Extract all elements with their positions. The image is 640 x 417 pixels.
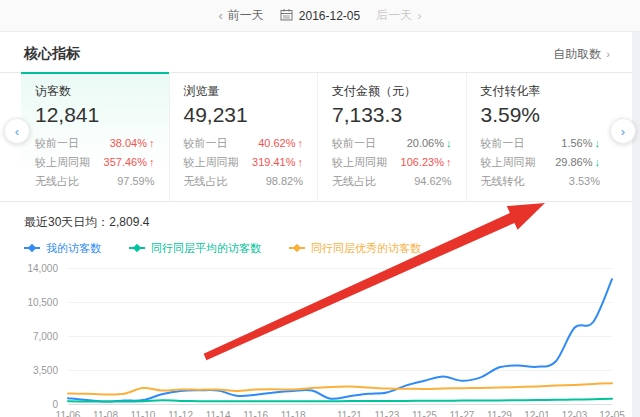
- metric-row: 较上周同期 29.86%↓: [481, 153, 601, 172]
- metric-row-label: 较前一日: [184, 134, 228, 153]
- trend-up-icon: ↑: [298, 153, 304, 172]
- metric-row-label: 无线占比: [332, 172, 376, 191]
- date-picker[interactable]: 2016-12-05: [280, 8, 360, 24]
- metric-row: 无线占比 94.62%: [332, 172, 452, 191]
- x-tick-label: 12-01: [524, 410, 550, 417]
- calendar-icon: [280, 8, 293, 24]
- metric-card-visitors[interactable]: 访客数 12,841 较前一日 38.04%↑ 较上周同期 357.46%↑ 无…: [21, 72, 169, 201]
- metric-row-value: 319.41%: [252, 153, 295, 172]
- metric-row: 较上周同期 319.41%↑: [184, 153, 304, 172]
- metric-value: 7,133.3: [332, 103, 452, 127]
- legend-label: 同行同层平均的访客数: [151, 241, 261, 256]
- x-tick-label: 11-10: [131, 410, 156, 417]
- prev-day-label: 前一天: [228, 7, 264, 24]
- metric-label: 访客数: [35, 83, 155, 100]
- x-tick-label: 11-23: [374, 410, 399, 417]
- chevron-left-icon: ‹: [15, 125, 19, 138]
- metric-row-value: 98.82%: [266, 172, 303, 191]
- metric-label: 支付金额（元）: [332, 83, 452, 100]
- chart-summary: 最近30天日均：2,809.4: [24, 214, 612, 231]
- date-toolbar: ‹ 前一天 2016-12-05 后一天 ›: [0, 0, 640, 32]
- chevron-right-icon: ›: [621, 125, 625, 138]
- metric-card-payment-amount[interactable]: 支付金额（元） 7,133.3 较前一日 20.06%↓ 较上周同期 106.2…: [317, 72, 466, 201]
- legend-item-my-visitors[interactable]: 我的访客数: [24, 241, 101, 256]
- chart-legend: 我的访客数 同行同层平均的访客数 同行同层优秀的访客数: [24, 241, 612, 256]
- x-tick-label: 11-16: [243, 410, 268, 417]
- line-diamond-marker-icon: [289, 247, 305, 249]
- metric-row: 较前一日 40.62%↑: [184, 134, 304, 153]
- line-diamond-marker-icon: [24, 247, 40, 249]
- trend-down-icon: ↓: [595, 153, 601, 172]
- metric-label: 浏览量: [184, 83, 304, 100]
- legend-item-peer-excellent[interactable]: 同行同层优秀的访客数: [289, 241, 421, 256]
- metric-row-label: 无线转化: [481, 172, 525, 191]
- metric-label: 支付转化率: [481, 83, 601, 100]
- metric-row-label: 较前一日: [332, 134, 376, 153]
- trend-chart-section: 最近30天日均：2,809.4 我的访客数 同行同层平均的访客数 同行同层优秀的…: [0, 202, 632, 417]
- metric-card-conversion-rate[interactable]: 支付转化率 3.59% 较前一日 1.56%↓ 较上周同期 29.86%↓ 无线…: [466, 72, 615, 201]
- x-tick-label: 11-12: [168, 410, 193, 417]
- metric-row-value: 1.56%: [561, 134, 592, 153]
- y-tick-label: 0: [52, 398, 58, 409]
- metric-row-label: 较上周同期: [332, 153, 387, 172]
- metric-value: 12,841: [35, 103, 155, 127]
- metric-row-value: 40.62%: [258, 134, 295, 153]
- line-chart: 14,000 10,500 7,000 3,500 0 11-06 11-08 …: [24, 268, 612, 417]
- metric-row-label: 较前一日: [35, 134, 79, 153]
- metric-row-label: 较上周同期: [35, 153, 90, 172]
- x-tick-label: 12-03: [562, 410, 588, 417]
- x-tick-label: 11-25: [412, 410, 437, 417]
- next-day-button[interactable]: 后一天 ›: [376, 7, 421, 24]
- legend-label: 我的访客数: [46, 241, 101, 256]
- trend-up-icon: ↑: [446, 153, 452, 172]
- line-diamond-marker-icon: [129, 247, 145, 249]
- metric-row-value: 357.46%: [104, 153, 147, 172]
- prev-day-button[interactable]: ‹ 前一天: [218, 7, 263, 24]
- metric-value: 3.59%: [481, 103, 601, 127]
- x-tick-label: 12-05: [599, 410, 625, 417]
- plot-area[interactable]: [68, 268, 612, 405]
- main-panel: 核心指标 自助取数 › 访客数 12,841 较前一日 38.04%↑ 较上周同…: [0, 32, 632, 417]
- y-tick-label: 7,000: [33, 330, 58, 341]
- metric-row: 较前一日 1.56%↓: [481, 134, 601, 153]
- y-tick-label: 3,500: [33, 364, 58, 375]
- metric-value: 49,231: [184, 103, 304, 127]
- x-tick-label: 11-14: [206, 410, 231, 417]
- cards-scroll-left-button[interactable]: ‹: [4, 118, 30, 144]
- self-service-data-label: 自助取数: [553, 46, 601, 63]
- metric-row-value: 20.06%: [407, 134, 444, 153]
- self-service-data-link[interactable]: 自助取数 ›: [553, 46, 610, 63]
- metric-row-label: 无线占比: [184, 172, 228, 191]
- legend-item-peer-average[interactable]: 同行同层平均的访客数: [129, 241, 261, 256]
- cards-scroll-right-button[interactable]: ›: [610, 118, 636, 144]
- trend-down-icon: ↓: [446, 134, 452, 153]
- metric-row: 无线占比 98.82%: [184, 172, 304, 191]
- current-date: 2016-12-05: [299, 9, 360, 23]
- metric-cards: 访客数 12,841 较前一日 38.04%↑ 较上周同期 357.46%↑ 无…: [21, 72, 614, 201]
- metric-row: 较上周同期 357.46%↑: [35, 153, 155, 172]
- section-header: 核心指标 自助取数 ›: [0, 32, 632, 72]
- page-title: 核心指标: [24, 45, 80, 63]
- chart-lines-svg: [68, 268, 612, 404]
- metric-row-value: 38.04%: [110, 134, 147, 153]
- metric-row-label: 较上周同期: [481, 153, 536, 172]
- x-tick-label: 11-21: [337, 410, 362, 417]
- legend-label: 同行同层优秀的访客数: [311, 241, 421, 256]
- plot-column: 11-06 11-08 11-10 11-12 11-14 11-16 11-1…: [68, 268, 612, 417]
- metric-row-label: 较上周同期: [184, 153, 239, 172]
- metric-row-value: 94.62%: [414, 172, 451, 191]
- metric-row-value: 3.53%: [569, 172, 600, 191]
- x-tick-label: 11-06: [56, 410, 81, 417]
- chevron-right-icon: ›: [417, 8, 421, 23]
- x-tick-label: 11-29: [487, 410, 512, 417]
- x-tick-label: 11-18: [281, 410, 306, 417]
- metric-card-pageviews[interactable]: 浏览量 49,231 较前一日 40.62%↑ 较上周同期 319.41%↑ 无…: [169, 72, 318, 201]
- chevron-left-icon: ‹: [218, 8, 222, 23]
- y-axis: 14,000 10,500 7,000 3,500 0: [24, 268, 64, 404]
- x-axis: 11-06 11-08 11-10 11-12 11-14 11-16 11-1…: [68, 405, 612, 417]
- y-tick-label: 14,000: [27, 262, 58, 273]
- metric-row-label: 较前一日: [481, 134, 525, 153]
- metric-row: 较上周同期 106.23%↑: [332, 153, 452, 172]
- x-tick-label: 11-27: [449, 410, 474, 417]
- metric-row-value: 29.86%: [555, 153, 592, 172]
